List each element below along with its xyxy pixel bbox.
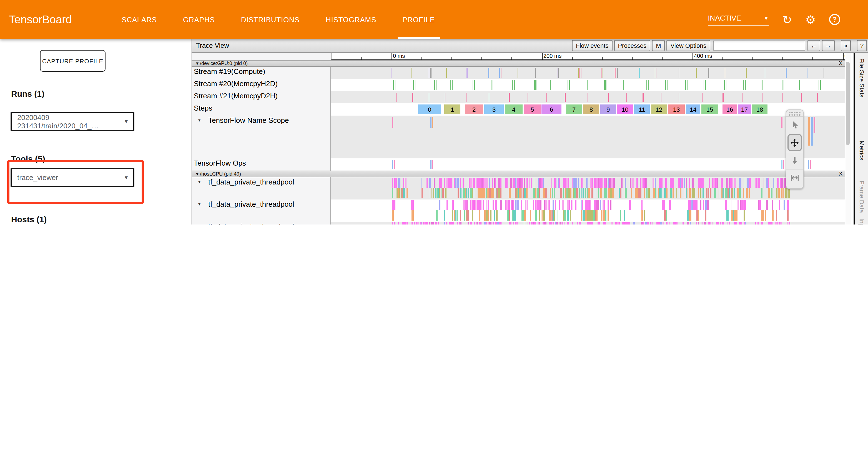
trace-event[interactable] xyxy=(501,178,502,188)
trace-event[interactable] xyxy=(764,178,765,188)
trace-event[interactable] xyxy=(498,178,500,188)
trace-event[interactable] xyxy=(604,210,605,220)
trace-event[interactable] xyxy=(581,200,582,210)
trace-event[interactable] xyxy=(787,210,788,220)
step-chip[interactable]: 3 xyxy=(484,104,504,114)
step-chip[interactable]: 15 xyxy=(702,104,718,114)
trace-event[interactable] xyxy=(724,68,725,78)
trace-event[interactable] xyxy=(771,188,772,199)
trace-event[interactable] xyxy=(799,80,800,90)
timing-tool[interactable] xyxy=(786,169,803,186)
gear-icon[interactable]: ⚙ xyxy=(805,13,816,25)
trace-event[interactable] xyxy=(587,80,588,90)
trace-event[interactable] xyxy=(626,222,628,224)
trace-event[interactable] xyxy=(673,222,674,224)
trace-event[interactable] xyxy=(727,178,728,188)
trace-event[interactable] xyxy=(525,222,526,224)
trace-event[interactable] xyxy=(542,222,544,224)
trace-event[interactable] xyxy=(721,188,722,199)
trace-event[interactable] xyxy=(718,222,719,224)
vertical-scrollbar[interactable] xyxy=(845,53,851,224)
trace-event[interactable] xyxy=(661,178,662,188)
trace-event[interactable] xyxy=(545,200,545,210)
track-label[interactable]: ▾TensorFlow Name Scope xyxy=(192,116,331,158)
trace-event[interactable] xyxy=(597,200,598,210)
trace-event[interactable] xyxy=(599,178,601,188)
step-chip[interactable]: 4 xyxy=(505,104,523,114)
trace-event[interactable] xyxy=(429,93,429,102)
trace-event[interactable] xyxy=(567,222,569,224)
trace-event[interactable] xyxy=(513,222,514,224)
trace-event[interactable] xyxy=(483,178,484,188)
trace-event[interactable] xyxy=(704,222,706,224)
trace-event[interactable] xyxy=(475,200,476,210)
trace-event[interactable] xyxy=(587,93,588,102)
runs-select[interactable]: 20200409-231431/train/2020_04_… ▾ xyxy=(10,112,134,131)
side-tab-input-latency[interactable]: Input Latency xyxy=(859,218,865,224)
trace-event[interactable] xyxy=(687,222,688,224)
trace-event[interactable] xyxy=(591,178,593,188)
trace-event[interactable] xyxy=(573,188,574,199)
section-header[interactable]: ▾ /device:GPU:0 (pid 0)X xyxy=(192,60,868,67)
trace-event[interactable] xyxy=(743,188,744,199)
trace-event[interactable] xyxy=(427,222,428,224)
trace-event[interactable] xyxy=(702,93,703,102)
refresh-icon[interactable]: ↻ xyxy=(782,13,792,25)
trace-event[interactable] xyxy=(777,178,779,188)
trace-event[interactable] xyxy=(479,178,481,188)
trace-event[interactable] xyxy=(766,178,768,188)
trace-event[interactable] xyxy=(588,188,590,199)
expander-icon[interactable]: ▾ xyxy=(198,224,200,224)
trace-event[interactable] xyxy=(403,188,405,199)
trace-event[interactable] xyxy=(529,178,530,188)
trace-event[interactable] xyxy=(470,188,472,199)
tab-distributions[interactable]: DISTRIBUTIONS xyxy=(236,0,305,39)
trace-event[interactable] xyxy=(407,222,408,224)
trace-event[interactable] xyxy=(692,188,693,199)
trace-event[interactable] xyxy=(761,188,763,199)
trace-event[interactable] xyxy=(401,188,402,199)
trace-event[interactable] xyxy=(553,188,555,199)
trace-event[interactable] xyxy=(592,222,593,224)
trace-event[interactable] xyxy=(693,188,695,199)
trace-event[interactable] xyxy=(519,200,519,210)
trace-event[interactable] xyxy=(762,93,763,102)
trace-event[interactable] xyxy=(601,178,602,188)
step-chip[interactable]: 10 xyxy=(617,104,633,114)
trace-event[interactable] xyxy=(734,222,735,224)
trace-event[interactable] xyxy=(500,200,502,210)
trace-event[interactable] xyxy=(470,222,472,224)
trace-event[interactable] xyxy=(430,160,432,169)
trace-event[interactable] xyxy=(655,68,656,78)
trace-event[interactable] xyxy=(490,210,492,220)
trace-event[interactable] xyxy=(604,200,605,210)
trace-event[interactable] xyxy=(414,222,415,224)
trace-event[interactable] xyxy=(393,80,394,90)
trace-event[interactable] xyxy=(765,210,766,220)
trace-event[interactable] xyxy=(670,178,672,188)
trace-event[interactable] xyxy=(662,200,663,210)
trace-event[interactable] xyxy=(486,210,488,220)
trace-button-processes[interactable]: Processes xyxy=(614,40,650,51)
trace-event[interactable] xyxy=(562,200,564,210)
trace-event[interactable] xyxy=(713,222,713,224)
trace-event[interactable] xyxy=(700,178,701,188)
trace-event[interactable] xyxy=(520,178,522,188)
trace-event[interactable] xyxy=(810,160,811,169)
trace-event[interactable] xyxy=(665,222,668,224)
trace-event[interactable] xyxy=(518,188,519,199)
trace-event[interactable] xyxy=(442,188,444,199)
trace-event[interactable] xyxy=(588,222,590,224)
track-timeline[interactable] xyxy=(331,200,845,222)
reload-status-dropdown[interactable]: INACTIVE ▼ xyxy=(708,13,769,25)
trace-event[interactable] xyxy=(431,222,433,224)
trace-event[interactable] xyxy=(492,222,493,224)
trace-event[interactable] xyxy=(392,210,394,220)
trace-event[interactable] xyxy=(756,178,758,188)
expander-icon[interactable]: ▾ xyxy=(198,179,200,184)
trace-event[interactable] xyxy=(610,210,610,220)
track-timeline[interactable] xyxy=(331,79,845,91)
trace-event[interactable] xyxy=(458,188,459,199)
trace-event[interactable] xyxy=(729,188,730,199)
trace-event[interactable] xyxy=(742,200,744,210)
